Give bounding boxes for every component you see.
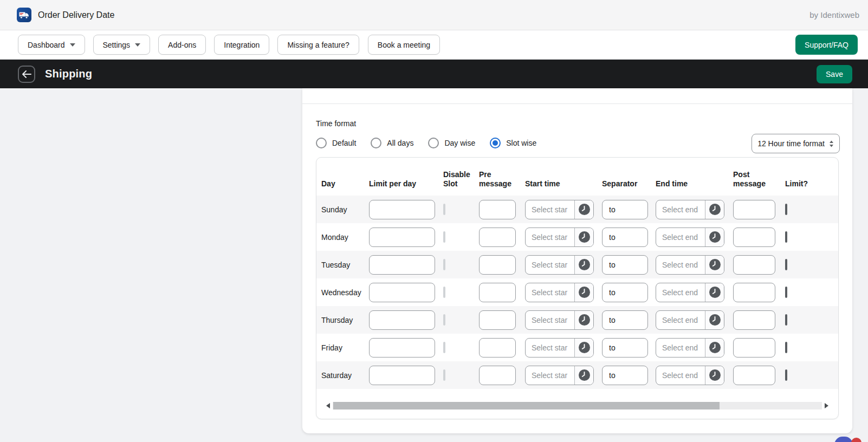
start-time-input[interactable]	[526, 256, 574, 274]
radio-all-days[interactable]: All days	[371, 138, 413, 148]
support-faq-button[interactable]: Support/FAQ	[795, 35, 858, 55]
pre-message-input[interactable]	[479, 283, 516, 302]
disable-slot-checkbox[interactable]	[443, 287, 445, 298]
limit-checkbox[interactable]	[785, 204, 787, 215]
pre-message-input[interactable]	[479, 338, 516, 358]
end-time-clock-button[interactable]	[705, 200, 724, 219]
disable-slot-checkbox[interactable]	[443, 314, 445, 326]
slot-table-row-sunday: Sunday	[316, 196, 838, 223]
disable-slot-checkbox[interactable]	[443, 369, 445, 381]
separator-input[interactable]	[602, 283, 648, 302]
byline: by Identixweb	[809, 10, 859, 20]
start-time-clock-button[interactable]	[574, 283, 593, 302]
post-message-input[interactable]	[733, 338, 775, 358]
start-time-input[interactable]	[526, 366, 574, 385]
post-message-input[interactable]	[733, 366, 775, 385]
limit-per-day-input[interactable]	[369, 200, 435, 219]
limit-checkbox[interactable]	[785, 287, 787, 298]
nav-book-meeting-button[interactable]: Book a meeting	[368, 35, 440, 55]
limit-per-day-input[interactable]	[369, 255, 435, 275]
limit-checkbox[interactable]	[785, 259, 787, 270]
disable-slot-checkbox[interactable]	[443, 342, 445, 353]
save-button[interactable]: Save	[817, 65, 852, 83]
end-time-input[interactable]	[656, 311, 705, 329]
time-format-section: Time format Default All days Day wise Sl…	[302, 104, 852, 419]
limit-checkbox[interactable]	[785, 231, 787, 243]
limit-per-day-input[interactable]	[369, 283, 435, 302]
end-time-input[interactable]	[656, 228, 705, 246]
separator-input[interactable]	[602, 338, 648, 358]
limit-checkbox[interactable]	[785, 314, 787, 326]
separator-input[interactable]	[602, 310, 648, 330]
end-time-input[interactable]	[656, 256, 705, 274]
nav-integration-label: Integration	[224, 41, 260, 49]
scrollbar-thumb[interactable]	[333, 402, 720, 410]
limit-checkbox[interactable]	[785, 369, 787, 381]
end-time-clock-button[interactable]	[705, 366, 724, 385]
hour-format-select[interactable]: 12 Hour time format	[752, 134, 840, 153]
end-time-clock-button[interactable]	[705, 283, 724, 302]
radio-slot-wise[interactable]: Slot wise	[490, 138, 536, 148]
post-message-input[interactable]	[733, 310, 775, 330]
disable-slot-checkbox[interactable]	[443, 231, 445, 243]
end-time-input[interactable]	[656, 283, 705, 302]
start-time-input[interactable]	[526, 311, 574, 329]
limit-per-day-input[interactable]	[369, 227, 435, 247]
radio-icon	[316, 138, 327, 148]
radio-all-days-label: All days	[387, 139, 413, 147]
pre-message-input[interactable]	[479, 227, 516, 247]
nav-integration-button[interactable]: Integration	[214, 35, 269, 55]
end-time-input[interactable]	[656, 366, 705, 385]
pre-message-input[interactable]	[479, 366, 516, 385]
separator-input[interactable]	[602, 366, 648, 385]
start-time-input[interactable]	[526, 283, 574, 302]
radio-default[interactable]: Default	[316, 138, 356, 148]
start-time-clock-button[interactable]	[574, 311, 593, 329]
disable-slot-checkbox[interactable]	[443, 259, 445, 270]
nav-addons-button[interactable]: Add-ons	[158, 35, 206, 55]
nav-missing-feature-button[interactable]: Missing a feature?	[277, 35, 359, 55]
separator-input[interactable]	[602, 227, 648, 247]
end-time-input[interactable]	[656, 339, 705, 357]
end-time-clock-button[interactable]	[705, 228, 724, 246]
clock-icon	[579, 342, 590, 353]
start-time-group	[525, 283, 594, 302]
post-message-input[interactable]	[733, 255, 775, 275]
end-time-input[interactable]	[656, 200, 705, 219]
post-message-input[interactable]	[733, 283, 775, 302]
end-time-clock-button[interactable]	[705, 339, 724, 357]
end-time-group	[656, 283, 724, 302]
post-message-input[interactable]	[733, 227, 775, 247]
start-time-clock-button[interactable]	[574, 366, 593, 385]
scroll-left-icon[interactable]	[326, 403, 330, 408]
radio-day-wise[interactable]: Day wise	[428, 138, 475, 148]
end-time-clock-button[interactable]	[705, 256, 724, 274]
post-message-input[interactable]	[733, 200, 775, 219]
start-time-input[interactable]	[526, 228, 574, 246]
pre-message-input[interactable]	[479, 310, 516, 330]
disable-slot-checkbox[interactable]	[443, 204, 445, 215]
nav-dashboard-button[interactable]: Dashboard	[18, 35, 85, 55]
separator-input[interactable]	[602, 255, 648, 275]
chat-widget[interactable]	[834, 437, 867, 442]
start-time-input[interactable]	[526, 339, 574, 357]
scroll-right-icon[interactable]	[825, 403, 828, 408]
clock-icon	[579, 204, 590, 215]
start-time-input[interactable]	[526, 200, 574, 219]
scrollbar-track[interactable]	[333, 402, 822, 410]
limit-per-day-input[interactable]	[369, 310, 435, 330]
limit-per-day-input[interactable]	[369, 366, 435, 385]
end-time-clock-button[interactable]	[705, 311, 724, 329]
app-logo	[17, 8, 31, 22]
nav-settings-button[interactable]: Settings	[93, 35, 151, 55]
limit-checkbox[interactable]	[785, 342, 787, 353]
start-time-clock-button[interactable]	[574, 200, 593, 219]
start-time-clock-button[interactable]	[574, 228, 593, 246]
start-time-clock-button[interactable]	[574, 256, 593, 274]
back-button[interactable]	[18, 66, 35, 83]
separator-input[interactable]	[602, 200, 648, 219]
start-time-clock-button[interactable]	[574, 339, 593, 357]
pre-message-input[interactable]	[479, 255, 516, 275]
limit-per-day-input[interactable]	[369, 338, 435, 358]
pre-message-input[interactable]	[479, 200, 516, 219]
